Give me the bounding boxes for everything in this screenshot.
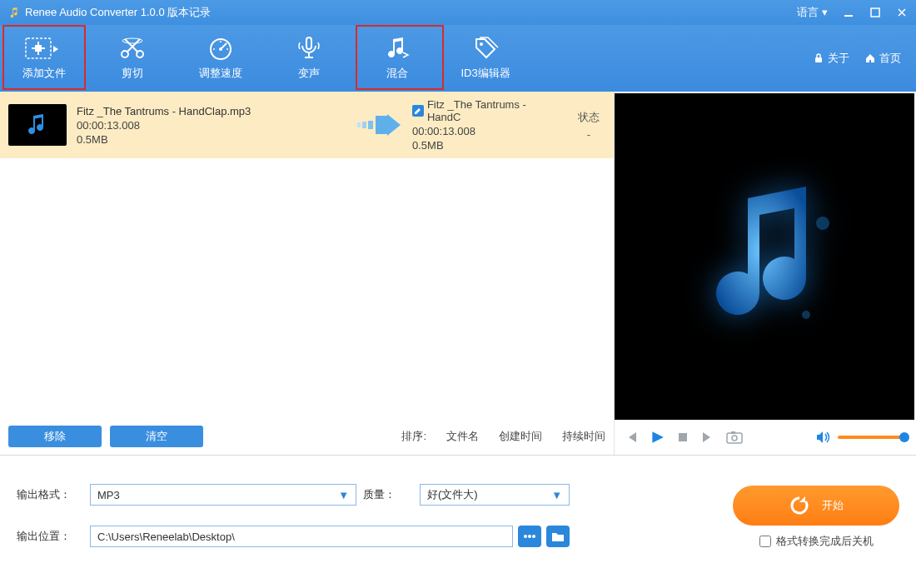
app-title: Renee Audio Converter 1.0.0 版本记录 bbox=[25, 5, 211, 20]
music-note-icon bbox=[681, 173, 848, 340]
svg-rect-11 bbox=[306, 37, 311, 49]
about-link[interactable]: 关于 bbox=[813, 51, 849, 66]
home-link[interactable]: 首页 bbox=[864, 51, 901, 66]
source-duration: 00:00:13.008 bbox=[77, 119, 251, 132]
list-actions: 移除 清空 排序: 文件名 创建时间 持续时间 bbox=[0, 418, 614, 455]
player-controls bbox=[615, 420, 914, 455]
maximize-button[interactable] bbox=[869, 7, 881, 18]
svg-rect-15 bbox=[362, 122, 366, 128]
status-label: 状态 bbox=[572, 110, 605, 125]
edit-output-icon[interactable] bbox=[412, 105, 424, 117]
toolbar-add-file[interactable]: 添加文件 bbox=[0, 25, 88, 92]
file-row[interactable]: Fitz _The Tantrums - HandClap.mp3 00:00:… bbox=[0, 92, 614, 158]
output-filename: Fitz _The Tantrums - HandC bbox=[427, 98, 562, 123]
svg-rect-14 bbox=[357, 122, 361, 127]
film-add-icon bbox=[25, 36, 63, 61]
file-thumbnail bbox=[8, 104, 67, 146]
file-list-pane: Fitz _The Tantrums - HandClap.mp3 00:00:… bbox=[0, 92, 615, 455]
output-duration: 00:00:13.008 bbox=[412, 125, 562, 137]
svg-point-19 bbox=[802, 311, 810, 319]
toolbar-speed[interactable]: 调整速度 bbox=[177, 25, 265, 92]
file-list: Fitz _The Tantrums - HandClap.mp3 00:00:… bbox=[0, 92, 614, 418]
output-size: 0.5MB bbox=[412, 139, 562, 152]
gauge-icon bbox=[207, 36, 235, 61]
source-size: 0.5MB bbox=[77, 133, 251, 146]
chevron-down-icon: ▼ bbox=[338, 489, 349, 501]
svg-point-25 bbox=[528, 535, 531, 538]
svg-rect-5 bbox=[37, 42, 39, 55]
preview-pane bbox=[615, 93, 914, 455]
player-next-button[interactable] bbox=[701, 431, 714, 444]
player-stop-button[interactable] bbox=[676, 431, 689, 444]
shutdown-checkbox-input[interactable] bbox=[759, 536, 771, 547]
language-menu[interactable]: 语言 ▾ bbox=[797, 5, 828, 20]
output-location-label: 输出位置： bbox=[17, 529, 83, 544]
shutdown-checkbox[interactable]: 格式转换完成后关机 bbox=[759, 534, 874, 549]
svg-rect-13 bbox=[815, 57, 822, 62]
svg-point-22 bbox=[732, 436, 737, 441]
output-format-label: 输出格式： bbox=[17, 487, 83, 502]
close-button[interactable] bbox=[896, 7, 908, 18]
source-filename: Fitz _The Tantrums - HandClap.mp3 bbox=[77, 105, 251, 117]
scissors-icon bbox=[118, 36, 147, 61]
status-value: - bbox=[572, 128, 605, 141]
toolbar-id3-editor[interactable]: ID3编辑器 bbox=[441, 25, 530, 92]
microphone-icon bbox=[295, 36, 323, 61]
app-icon bbox=[8, 7, 20, 18]
music-mix-icon bbox=[383, 36, 411, 61]
quality-label: 质量： bbox=[363, 487, 413, 502]
svg-point-10 bbox=[219, 47, 222, 51]
remove-button[interactable]: 移除 bbox=[8, 426, 102, 447]
svg-rect-23 bbox=[731, 431, 735, 434]
sort-label: 排序: bbox=[401, 429, 426, 444]
preview-canvas bbox=[615, 93, 914, 420]
quality-select[interactable]: 好(文件大)▼ bbox=[420, 484, 570, 506]
svg-rect-0 bbox=[844, 15, 853, 17]
volume-slider[interactable] bbox=[838, 436, 904, 439]
output-format-select[interactable]: MP3▼ bbox=[90, 484, 356, 506]
output-location-input[interactable]: C:\Users\Reneelab\Desktop\ bbox=[90, 526, 513, 547]
lock-icon bbox=[813, 52, 824, 64]
player-play-button[interactable] bbox=[650, 430, 665, 445]
open-folder-button[interactable] bbox=[546, 526, 570, 547]
clear-button[interactable]: 清空 bbox=[110, 426, 203, 447]
sort-by-filename[interactable]: 文件名 bbox=[446, 429, 479, 444]
svg-rect-20 bbox=[679, 433, 687, 441]
sort-by-created[interactable]: 创建时间 bbox=[499, 429, 542, 444]
svg-point-24 bbox=[524, 535, 527, 538]
minimize-button[interactable] bbox=[843, 7, 854, 18]
player-snapshot-button[interactable] bbox=[726, 431, 743, 444]
svg-rect-16 bbox=[368, 121, 373, 129]
player-prev-button[interactable] bbox=[625, 431, 638, 444]
svg-rect-1 bbox=[871, 8, 879, 17]
svg-point-12 bbox=[480, 42, 483, 46]
start-button[interactable]: 开始 bbox=[733, 486, 899, 526]
output-panel: 输出格式： MP3▼ 质量： 好(文件大)▼ 输出位置： C:\Users\Re… bbox=[0, 455, 916, 588]
refresh-icon bbox=[789, 495, 810, 516]
convert-arrow-icon bbox=[356, 112, 402, 137]
toolbar-voice-change[interactable]: 变声 bbox=[265, 25, 353, 92]
title-bar: Renee Audio Converter 1.0.0 版本记录 语言 ▾ bbox=[0, 0, 916, 25]
svg-point-26 bbox=[532, 535, 535, 538]
toolbar-cut[interactable]: 剪切 bbox=[88, 25, 177, 92]
home-icon bbox=[864, 52, 876, 64]
sort-by-duration[interactable]: 持续时间 bbox=[562, 429, 605, 444]
chevron-down-icon: ▼ bbox=[551, 489, 562, 501]
main-toolbar: 添加文件 剪切 调整速度 变声 混合 bbox=[0, 25, 916, 92]
toolbar-mix[interactable]: 混合 bbox=[353, 25, 441, 92]
svg-rect-21 bbox=[727, 433, 742, 443]
volume-icon[interactable] bbox=[816, 431, 831, 444]
tag-icon bbox=[471, 36, 500, 61]
more-path-button[interactable] bbox=[518, 526, 541, 547]
svg-point-18 bbox=[816, 217, 829, 230]
